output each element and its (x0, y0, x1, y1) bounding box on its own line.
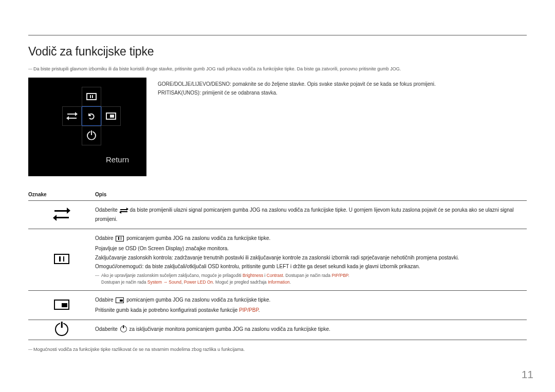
panel-side-desc: GORE/DOLJE/LIJEVO/DESNO: pomaknite se do… (158, 78, 436, 176)
osd-menu-icon (54, 259, 69, 265)
pip-pbp-icon (54, 305, 69, 311)
function-key-panel: Return (28, 78, 146, 176)
inline-swap-icon (120, 208, 127, 216)
row-power-desc: Odaberite za isključivanje monitora pomi… (95, 320, 527, 340)
panel-return-label: Return (106, 155, 129, 164)
dpad-up-osd (82, 87, 101, 106)
dpad-right-pip (101, 106, 121, 126)
dpad-center-return (82, 106, 101, 126)
col-oznake: Oznake (28, 189, 95, 201)
keys-table: Oznake Opis Odaberite da biste promijeni… (28, 189, 527, 341)
inline-power-icon (120, 326, 127, 335)
inline-pip-icon (116, 297, 124, 306)
bottom-footnote: Mogućnosti vodiča za funkcijske tipke ra… (28, 346, 527, 353)
side-line2: PRITISAK(UNOS): primijenit će se odabran… (158, 88, 436, 97)
dpad-down-power (82, 126, 101, 145)
col-opis: Opis (95, 189, 527, 201)
source-swap-icon (54, 215, 69, 220)
page-number: 11 (522, 368, 533, 381)
row-source-desc: Odaberite da biste promijenili ulazni si… (95, 201, 527, 229)
dpad-left-source (62, 106, 82, 126)
inline-osd-icon (116, 236, 124, 244)
row-pip-desc: Odabire pomicanjem gumba JOG na zaslonu … (95, 291, 527, 320)
row-osd-desc: Odabire pomicanjem gumba JOG na zaslonu … (95, 229, 527, 290)
page-title: Vodič za funkcijske tipke (28, 45, 527, 59)
intro-note: Da biste pristupili glavnom izborniku il… (28, 66, 527, 72)
osd-subnote-1: Ako je upravljanje zaslonskim sučeljem z… (95, 272, 527, 286)
power-icon (55, 331, 68, 337)
side-line1: GORE/DOLJE/LIJEVO/DESNO: pomaknite se do… (158, 80, 436, 88)
